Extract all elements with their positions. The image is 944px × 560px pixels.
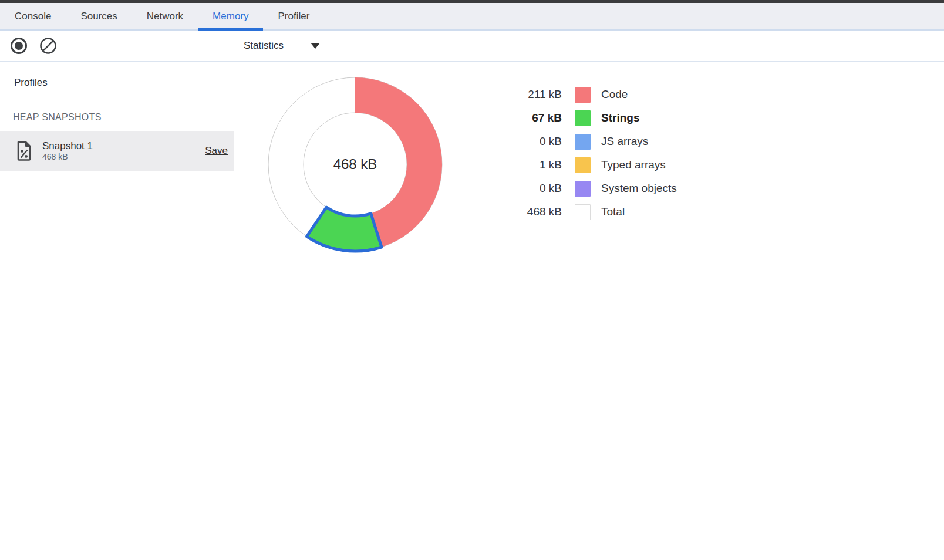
legend-swatch-total (575, 204, 591, 220)
legend-value: 67 kB (500, 112, 562, 124)
sidebar-title: Profiles (14, 76, 234, 89)
perspective-select-value: Statistics (244, 40, 284, 52)
profiles-sidebar: Profiles HEAP SNAPSHOTS Snapshot 1 468 k… (0, 62, 234, 560)
tab-memory[interactable]: Memory (198, 3, 263, 29)
legend-swatch-strings (575, 110, 591, 126)
clear-profiles-button[interactable] (39, 36, 58, 55)
tab-console[interactable]: Console (0, 3, 66, 29)
legend-swatch-system-objects (575, 181, 591, 197)
legend-row-code[interactable]: 211 kB Code (500, 83, 677, 106)
donut-slice-strings[interactable] (307, 207, 382, 251)
legend-value: 1 kB (500, 158, 562, 171)
legend-row-js-arrays[interactable]: 0 kB JS arrays (500, 130, 677, 153)
devtools-tabbar: Console Sources Network Memory Profiler (0, 3, 944, 31)
snapshot-name: Snapshot 1 (42, 140, 205, 152)
snapshot-save-link[interactable]: Save (205, 145, 228, 157)
donut-chart[interactable] (258, 68, 452, 261)
legend-label: System objects (601, 182, 677, 195)
heap-snapshots-section-heading: HEAP SNAPSHOTS (13, 112, 234, 123)
memory-toolbar: Statistics (0, 31, 944, 62)
donut-inner-outline (304, 113, 407, 216)
heap-snapshot-file-icon (16, 141, 32, 161)
legend-value: 0 kB (500, 135, 562, 148)
legend-swatch-js-arrays (575, 134, 591, 150)
clear-icon (39, 37, 57, 55)
perspective-select[interactable]: Statistics (244, 40, 320, 52)
tab-network[interactable]: Network (132, 3, 198, 29)
chevron-down-icon (311, 43, 320, 49)
legend-value: 211 kB (500, 88, 562, 101)
snapshot-size: 468 kB (42, 152, 205, 162)
legend-row-strings[interactable]: 67 kB Strings (500, 106, 677, 130)
chart-legend: 211 kB Code 67 kB Strings 0 kB JS arrays… (500, 83, 677, 224)
legend-label: Typed arrays (601, 158, 666, 171)
record-heap-snapshot-button[interactable] (9, 36, 28, 55)
tab-profiler[interactable]: Profiler (264, 3, 325, 29)
heap-statistics-donut: 468 kB (258, 68, 452, 261)
legend-row-typed-arrays[interactable]: 1 kB Typed arrays (500, 153, 677, 177)
legend-label: JS arrays (601, 135, 648, 148)
legend-swatch-code (575, 87, 591, 103)
profiles-toolbar (0, 31, 234, 61)
view-toolbar: Statistics (234, 31, 944, 61)
snapshot-list-item[interactable]: Snapshot 1 468 kB Save (0, 131, 234, 171)
legend-label: Code (601, 88, 628, 101)
legend-row-total[interactable]: 468 kB Total (500, 200, 677, 224)
legend-row-system-objects[interactable]: 0 kB System objects (500, 177, 677, 200)
tab-sources[interactable]: Sources (66, 3, 132, 29)
statistics-view: 468 kB 211 kB Code 67 kB Strings 0 kB JS… (234, 62, 944, 560)
legend-swatch-typed-arrays (575, 157, 591, 173)
legend-value: 0 kB (500, 182, 562, 195)
legend-value: 468 kB (500, 205, 562, 218)
snapshot-text: Snapshot 1 468 kB (42, 140, 205, 162)
legend-label: Strings (601, 112, 639, 124)
record-icon (10, 37, 28, 55)
legend-label: Total (601, 205, 625, 218)
content-area: Profiles HEAP SNAPSHOTS Snapshot 1 468 k… (0, 62, 944, 560)
